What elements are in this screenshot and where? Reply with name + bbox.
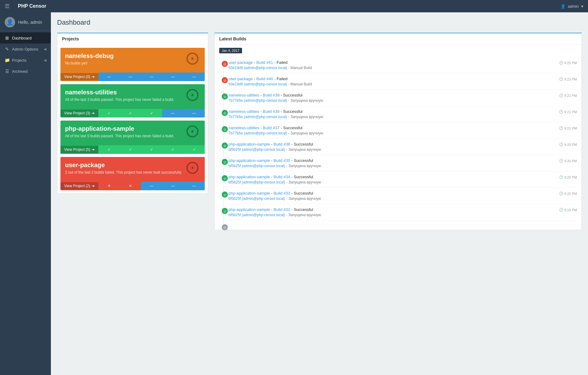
build-project-link[interactable]: nameless-utilities <box>228 126 259 130</box>
commit-link[interactable]: bf5b25f (admin@php-censor.local) <box>228 180 285 184</box>
build-number-link[interactable]: Build #41 <box>256 60 273 65</box>
commit-link[interactable]: 7b77b5e (admin@php-censor.local) <box>228 131 287 135</box>
build-status-item[interactable]: ✓ <box>141 145 162 154</box>
clock-icon: 🕐 <box>559 142 563 146</box>
builds-panel: Latest Builds Jan 4, 2017 ◎ user-package… <box>214 33 582 230</box>
build-status-item[interactable]: — <box>162 109 183 117</box>
build-status-item[interactable]: ✕ <box>98 182 120 190</box>
timeline-time: 🕐 9:20 PM <box>559 142 577 146</box>
timeline-content: php-application-sample - Build #36 - Suc… <box>228 139 577 155</box>
dashboard-icon: ⊞ <box>5 35 10 40</box>
sidebar-item-archived[interactable]: ☰ Archived <box>0 66 51 77</box>
timeline-main: user-package - Build #40 - Failed 93e19d… <box>228 76 312 86</box>
timeline-item: ◎ nameless-utilities - Build #38 - Succe… <box>228 106 577 122</box>
view-project-button[interactable]: View Project (0) ➜ <box>60 73 98 80</box>
timeline-main: nameless-utilities - Build #38 - Success… <box>228 109 323 119</box>
timeline-dot: ◎ <box>222 61 228 67</box>
timeline-item: ◎ php-application-sample - Build #32 - S… <box>228 204 577 220</box>
build-number-link[interactable]: Build #32 <box>273 207 290 212</box>
clock-icon: 🕐 <box>559 175 563 179</box>
build-status-item[interactable]: ✓ <box>141 109 162 117</box>
build-status-item[interactable]: — <box>183 182 205 190</box>
timeline-sub: 7b77b5e (admin@php-censor.local) - Запущ… <box>228 115 323 119</box>
build-number-link[interactable]: Build #38 <box>263 109 279 114</box>
timeline-item: ◎ user-package - Build #41 - Failed 93e1… <box>228 57 577 73</box>
build-status-item[interactable]: — <box>98 72 120 81</box>
build-number-link[interactable]: Build #40 <box>256 76 273 81</box>
navbar-user[interactable]: 👤 admin ▾ <box>561 4 583 9</box>
build-status-item[interactable]: — <box>183 109 205 117</box>
build-number-link[interactable]: Build #33 <box>273 191 290 196</box>
project-card-footer: View Project (2) ➜ ✕✕——— <box>60 182 205 190</box>
timeline-dot: ◎ <box>222 224 228 230</box>
menu-toggle-icon[interactable]: ☰ <box>5 3 10 10</box>
sidebar-item-label: Dashboard <box>12 36 32 40</box>
project-card-footer: View Project (5) ➜ ✓✓✓✓✓ <box>60 145 205 154</box>
build-status-item[interactable]: — <box>141 182 162 190</box>
sidebar-item-projects[interactable]: 📁 Projects ◀ <box>0 55 51 66</box>
view-project-button[interactable]: View Project (2) ➜ <box>60 182 98 190</box>
build-project-link[interactable]: php-application-sample <box>228 207 270 212</box>
build-number-link[interactable]: Build #39 <box>263 93 279 97</box>
commit-link[interactable]: 93e19d9 (admin@php-censor.local) <box>228 66 287 70</box>
build-project-link[interactable]: php-application-sample <box>228 142 270 146</box>
build-project-link[interactable]: php-application-sample <box>228 175 270 179</box>
build-status-item[interactable]: ✓ <box>98 145 120 154</box>
commit-link[interactable]: bf5b25f (admin@php-censor.local) <box>228 164 285 168</box>
timeline-dot: ◎ <box>222 93 228 100</box>
timeline-sub: bf5b25f (admin@php-censor.local) - Запущ… <box>228 180 321 184</box>
build-project-link[interactable]: php-application-sample <box>228 158 270 163</box>
commit-link[interactable]: bf5b25f (admin@php-censor.local) <box>228 147 285 152</box>
build-project-link[interactable]: php-application-sample <box>228 191 270 196</box>
arrow-icon: ➜ <box>92 111 95 115</box>
build-project-link[interactable]: nameless-utilities <box>228 109 259 114</box>
build-status-item[interactable]: — <box>162 182 183 190</box>
build-project-link[interactable]: nameless-utilities <box>228 93 259 97</box>
timeline-content: php-application-sample - Build #32 - Suc… <box>228 204 577 220</box>
timeline-item: ◎ php-application-sample - Build #34 - S… <box>228 171 577 188</box>
chevron-icon: ◀ <box>44 47 46 51</box>
build-status-item[interactable]: ✓ <box>162 145 183 154</box>
build-number-link[interactable]: Build #36 <box>273 142 290 146</box>
commit-link[interactable]: 93e19d9 (admin@php-censor.local) <box>228 82 287 86</box>
project-card-footer: View Project (3) ➜ ✓✓✓—— <box>60 109 205 117</box>
commit-link[interactable]: bf5b25f (admin@php-censor.local) <box>228 196 285 201</box>
projects-icon: 📁 <box>5 58 10 63</box>
build-status-item[interactable]: ✓ <box>120 145 141 154</box>
build-status-item[interactable]: ✓ <box>183 145 205 154</box>
timeline-item: ◎ php-application-sample - Build #36 - S… <box>228 138 577 155</box>
build-project-link[interactable]: user-package <box>228 76 253 81</box>
build-status-item[interactable]: ✕ <box>120 182 141 190</box>
commit-link[interactable]: 7b77b5e (admin@php-censor.local) <box>228 115 287 119</box>
timeline-main: php-application-sample - Build #35 - Suc… <box>228 158 321 168</box>
build-project-link[interactable]: user-package <box>228 60 253 65</box>
timeline-item: ◎ nameless-utilities - Build #37 - Succe… <box>228 122 577 138</box>
commit-link[interactable]: bf5b25f (admin@php-censor.local) <box>228 213 285 217</box>
chevron-icon: ◀ <box>44 58 46 62</box>
timeline-time: 🕐 9:20 PM <box>559 191 577 196</box>
build-status-item[interactable]: ✓ <box>98 109 120 117</box>
timeline-content <box>228 220 577 227</box>
arrow-icon: ➜ <box>92 147 95 152</box>
timeline-time: 🕐 9:23 PM <box>559 76 577 81</box>
view-project-button[interactable]: View Project (3) ➜ <box>60 109 98 117</box>
content-area: Dashboard Projects nameless-debug No bui… <box>51 12 588 375</box>
github-icon: ⊙ <box>185 157 200 178</box>
view-project-button[interactable]: View Project (5) ➜ <box>60 146 98 153</box>
build-status-item[interactable]: ✓ <box>120 109 141 117</box>
commit-link[interactable]: 7b77b5e (admin@php-censor.local) <box>228 98 287 103</box>
sidebar-item-dashboard[interactable]: ⊞ Dashboard <box>0 32 51 43</box>
build-status-item[interactable]: — <box>141 72 162 81</box>
build-status-item[interactable]: — <box>120 72 141 81</box>
timeline-sub: bf5b25f (admin@php-censor.local) - Запущ… <box>228 196 321 201</box>
timeline-content: nameless-utilities - Build #38 - Success… <box>228 106 577 122</box>
timeline-title: nameless-utilities - Build #37 - Success… <box>228 126 323 130</box>
sidebar-item-admin-options[interactable]: ✎ Admin Options ◀ <box>0 43 51 55</box>
build-status-item[interactable]: — <box>183 72 205 81</box>
build-number-link[interactable]: Build #37 <box>263 126 279 130</box>
build-number-link[interactable]: Build #34 <box>273 175 290 179</box>
build-status-item[interactable]: — <box>162 72 183 81</box>
user-icon: 👤 <box>561 4 565 9</box>
build-number-link[interactable]: Build #35 <box>273 158 290 163</box>
navbar-left: ☰ PHP Censor <box>5 3 46 10</box>
